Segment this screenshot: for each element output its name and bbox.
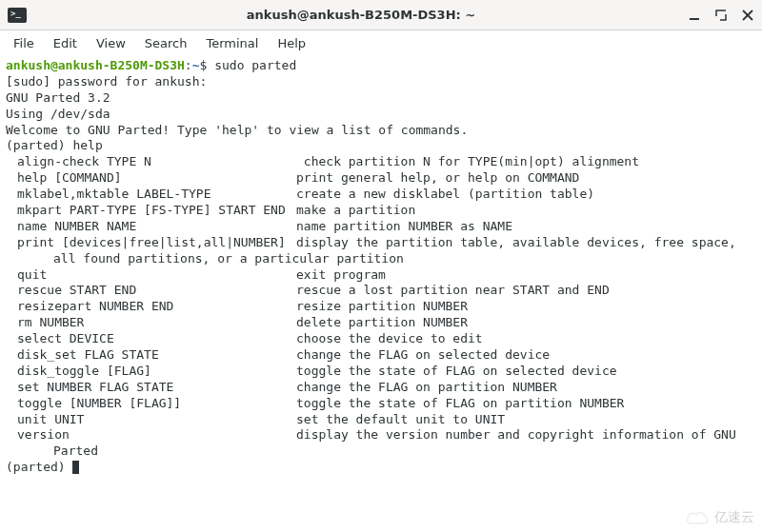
help-cmd: version (6, 427, 296, 443)
help-row: rm NUMBERdelete partition NUMBER (6, 315, 756, 331)
help-row: versiondisplay the version number and co… (6, 427, 756, 443)
watermark-text: 亿速云 (714, 509, 754, 526)
entered-command: sudo parted (214, 58, 296, 72)
menubar: File Edit View Search Terminal Help (0, 30, 762, 56)
help-desc: change the FLAG on selected device (296, 347, 550, 362)
help-row: align-check TYPE N check partition N for… (6, 154, 756, 170)
help-desc: change the FLAG on partition NUMBER (296, 380, 557, 394)
menu-file[interactable]: File (6, 34, 42, 52)
help-row: disk_set FLAG STATEchange the FLAG on se… (6, 347, 756, 364)
help-row: quitexit program (6, 267, 756, 284)
help-desc: name partition NUMBER as NAME (296, 219, 512, 233)
help-row: disk_toggle [FLAG]toggle the state of FL… (6, 364, 756, 380)
help-desc: create a new disklabel (partition table) (296, 187, 594, 201)
menu-view[interactable]: View (89, 34, 133, 52)
help-row: mkpart PART-TYPE [FS-TYPE] START ENDmake… (6, 203, 756, 219)
help-row: toggle [NUMBER [FLAG]]toggle the state o… (6, 396, 756, 412)
help-desc: set the default unit to UNIT (296, 412, 505, 426)
help-desc: display the partition table, available d… (296, 235, 736, 249)
help-wrap-version: Parted (6, 443, 756, 460)
help-row: set NUMBER FLAG STATEchange the FLAG on … (6, 380, 756, 396)
help-desc: rescue a lost partition near START and E… (296, 283, 610, 297)
line-sudo: [sudo] password for ankush: (6, 74, 207, 89)
help-cmd: quit (6, 267, 296, 284)
line-using: Using /dev/sda (6, 107, 110, 121)
maximize-button[interactable] (714, 9, 728, 22)
help-row: mklabel,mktable LABEL-TYPEcreate a new d… (6, 187, 756, 203)
cloud-icon (684, 509, 711, 526)
help-desc: toggle the state of FLAG on partition NU… (296, 396, 624, 410)
menu-search[interactable]: Search (137, 34, 195, 52)
prompt-userhost: ankush@ankush-B250M-DS3H (6, 58, 185, 72)
help-cmd: print [devices|free|list,all|NUMBER] (6, 235, 296, 251)
help-cmd: mkpart PART-TYPE [FS-TYPE] START END (6, 203, 296, 219)
help-row: help [COMMAND]print general help, or hel… (6, 170, 756, 187)
window-title: ankush@ankush-B250M-DS3H: ~ (34, 8, 688, 22)
help-cmd: help [COMMAND] (6, 170, 296, 187)
help-row: name NUMBER NAMEname partition NUMBER as… (6, 219, 756, 235)
help-row: rescue START ENDrescue a lost partition … (6, 283, 756, 299)
help-cmd: align-check TYPE N (6, 154, 296, 170)
terminal-icon (8, 8, 27, 23)
help-cmd: name NUMBER NAME (6, 219, 296, 235)
help-desc: make a partition (296, 203, 415, 217)
close-button[interactable] (741, 9, 754, 22)
cursor-block (72, 461, 79, 474)
help-desc: exit program (296, 267, 386, 282)
line-parted-help: (parted) help (6, 138, 103, 152)
line-parted-prompt: (parted) (6, 460, 72, 474)
help-cmd: rescue START END (6, 283, 296, 299)
help-cmd: disk_set FLAG STATE (6, 347, 296, 364)
help-desc: display the version number and copyright… (296, 427, 736, 442)
help-row: select DEVICEchoose the device to edit (6, 331, 756, 347)
help-wrap-print: all found partitions, or a particular pa… (6, 251, 756, 267)
terminal-output[interactable]: ankush@ankush-B250M-DS3H:~$ sudo parted … (0, 56, 762, 478)
help-desc: check partition N for TYPE(min|opt) alig… (296, 154, 639, 168)
menu-terminal[interactable]: Terminal (198, 34, 266, 52)
help-cmd: toggle [NUMBER [FLAG]] (6, 396, 296, 412)
help-cmd: set NUMBER FLAG STATE (6, 380, 296, 396)
help-cmd: unit UNIT (6, 412, 296, 428)
window-controls (688, 9, 754, 22)
titlebar: ankush@ankush-B250M-DS3H: ~ (0, 0, 762, 30)
help-row: print [devices|free|list,all|NUMBER]disp… (6, 235, 756, 251)
help-cmd: disk_toggle [FLAG] (6, 364, 296, 380)
watermark: 亿速云 (684, 509, 754, 526)
prompt-colon: : (185, 58, 192, 72)
help-desc: resize partition NUMBER (296, 299, 468, 313)
prompt-dollar: $ (200, 58, 215, 72)
help-desc: delete partition NUMBER (296, 315, 468, 329)
help-desc: choose the device to edit (296, 331, 483, 345)
help-desc: print general help, or help on COMMAND (296, 170, 579, 185)
line-gnu: GNU Parted 3.2 (6, 90, 110, 105)
prompt-path: ~ (192, 58, 200, 72)
help-row: unit UNITset the default unit to UNIT (6, 412, 756, 428)
menu-edit[interactable]: Edit (46, 34, 85, 52)
help-cmd: resizepart NUMBER END (6, 299, 296, 315)
help-desc: toggle the state of FLAG on selected dev… (296, 364, 617, 378)
help-cmd: mklabel,mktable LABEL-TYPE (6, 187, 296, 203)
svg-rect-0 (690, 18, 699, 20)
help-cmd: select DEVICE (6, 331, 296, 347)
help-row: resizepart NUMBER ENDresize partition NU… (6, 299, 756, 315)
menu-help[interactable]: Help (270, 34, 313, 52)
line-welcome: Welcome to GNU Parted! Type 'help' to vi… (6, 123, 468, 137)
minimize-button[interactable] (688, 9, 701, 22)
help-cmd: rm NUMBER (6, 315, 296, 331)
